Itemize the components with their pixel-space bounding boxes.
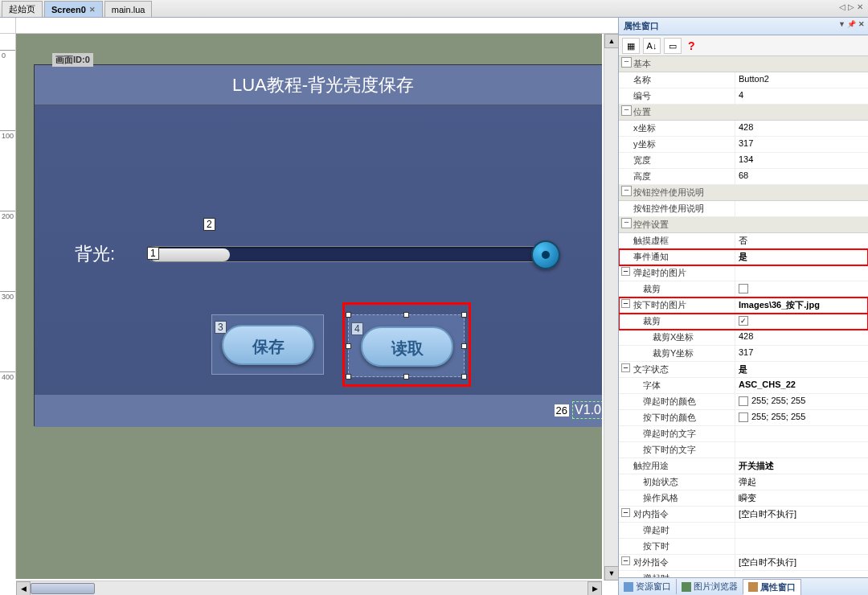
help-icon[interactable]: ? [688, 39, 695, 52]
save-button-container[interactable]: 保存 [211, 314, 324, 375]
dock-tab-properties[interactable]: 属性窗口 [743, 579, 801, 595]
slider-knob[interactable] [531, 240, 560, 269]
widget-id-1: 1 [147, 247, 159, 260]
dock-tab-resources[interactable]: 资源窗口 [619, 579, 677, 594]
expand-icon[interactable]: − [621, 267, 630, 276]
scroll-down-icon[interactable]: ▼ [604, 566, 619, 581]
ruler-horizontal: 0 100 200 300 400 500 600 700 [16, 18, 618, 34]
expand-icon[interactable]: − [621, 556, 630, 565]
canvas-viewport[interactable]: 画面ID:0 LUA教程-背光亮度保存 背光: 1 2 3 保存 [16, 34, 602, 579]
ruler-vertical: 0 100 200 300 400 [0, 34, 16, 579]
event-notify-row[interactable]: 事件通知是 [619, 249, 868, 265]
expand-icon[interactable]: − [621, 299, 630, 308]
selection-handle[interactable] [403, 374, 409, 380]
property-panel-title: 属性窗口 ▼ 📌 ✕ [619, 18, 868, 35]
property-panel: 属性窗口 ▼ 📌 ✕ ▦ A↓ ▭ ? 基本 名称Button2 编号4 位置 … [619, 18, 868, 595]
widget-id-2: 2 [203, 218, 215, 231]
screen-footer: 26V1.0 [35, 395, 602, 427]
read-button-highlight: 4 读取 [342, 302, 471, 387]
scroll-right-icon[interactable]: ▶ [588, 581, 602, 595]
tab-label: Screen0 [51, 5, 86, 14]
color-swatch[interactable] [739, 412, 748, 422]
tab-main-lua[interactable]: main.lua [104, 1, 153, 17]
checkbox-checked[interactable]: ✓ [739, 316, 748, 326]
tab-nav-buttons[interactable]: ◁ ▷ ✕ [839, 2, 863, 11]
prop-name-key: 名称 [619, 72, 735, 88]
prop-id-value[interactable]: 4 [735, 88, 868, 104]
selection-handle[interactable] [346, 374, 351, 380]
selection-handle[interactable] [461, 374, 467, 380]
ruler-corner [0, 18, 16, 34]
category-button-help[interactable]: 按钮控件使用说明 [619, 185, 868, 201]
selection-handle[interactable] [403, 312, 409, 318]
screen-title: LUA教程-背光亮度保存 [35, 65, 602, 105]
scroll-thumb[interactable] [31, 583, 95, 594]
tab-screen0[interactable]: Screen0✕ [44, 1, 103, 17]
version-label: 26V1.0 [555, 401, 602, 419]
scroll-up-icon[interactable]: ▲ [604, 34, 619, 48]
version-tag: 26 [555, 404, 569, 416]
tab-start-page[interactable]: 起始页 [2, 1, 43, 17]
property-grid[interactable]: 基本 名称Button2 编号4 位置 x坐标428 y坐标317 宽度134 … [619, 56, 868, 577]
save-button[interactable]: 保存 [222, 325, 314, 365]
toolbar-button[interactable]: ▭ [664, 38, 682, 54]
selection-handle[interactable] [461, 312, 467, 318]
read-button[interactable]: 读取 [361, 326, 453, 367]
pressed-image-row[interactable]: −按下时的图片Images\36_按下.jpg [619, 298, 868, 314]
category-position[interactable]: 位置 [619, 105, 868, 121]
properties-icon [748, 582, 758, 592]
tab-label: 起始页 [9, 3, 35, 15]
image-browser-icon [682, 582, 691, 592]
categorize-button[interactable]: ▦ [622, 38, 640, 54]
sort-az-button[interactable]: A↓ [643, 38, 661, 54]
document-tabs: 起始页 Screen0✕ main.lua ◁ ▷ ✕ [0, 0, 868, 18]
tab-label: main.lua [112, 5, 145, 14]
category-basic[interactable]: 基本 [619, 56, 868, 72]
editor-area: 0 100 200 300 400 500 600 700 0 100 200 … [0, 18, 619, 595]
prop-name-value[interactable]: Button2 [735, 72, 868, 88]
category-control-settings[interactable]: 控件设置 [619, 217, 868, 233]
slider-fill [149, 248, 230, 261]
color-swatch[interactable] [739, 396, 748, 406]
prop-id-key: 编号 [619, 88, 735, 104]
selection-handle[interactable] [346, 312, 351, 318]
property-toolbar: ▦ A↓ ▭ ? [619, 35, 868, 56]
scroll-left-icon[interactable]: ◀ [16, 581, 31, 595]
screen-body: 背光: 1 2 3 保存 4 读取 [35, 105, 602, 395]
backlight-label: 背光: [75, 242, 115, 266]
dock-tabs: 资源窗口 图片浏览器 属性窗口 [619, 577, 868, 595]
read-button-selection[interactable]: 读取 [348, 314, 465, 377]
dock-tab-image-browser[interactable]: 图片浏览器 [677, 579, 743, 594]
panel-window-controls[interactable]: ▼ 📌 ✕ [838, 20, 865, 28]
horizontal-scrollbar[interactable]: ◀ ▶ [16, 581, 602, 595]
screen-canvas[interactable]: LUA教程-背光亮度保存 背光: 1 2 3 保存 4 [34, 64, 602, 426]
close-icon[interactable]: ✕ [89, 6, 96, 14]
expand-icon[interactable]: − [621, 508, 630, 517]
selection-handle[interactable] [346, 343, 351, 349]
selection-handle[interactable] [461, 343, 467, 349]
backlight-slider[interactable] [147, 246, 549, 262]
vertical-scrollbar[interactable]: ▲ ▼ [604, 34, 618, 581]
checkbox[interactable] [739, 284, 748, 293]
screen-id-label: 画面ID:0 [52, 53, 93, 67]
resources-icon [624, 582, 633, 592]
expand-icon[interactable]: − [621, 363, 630, 372]
